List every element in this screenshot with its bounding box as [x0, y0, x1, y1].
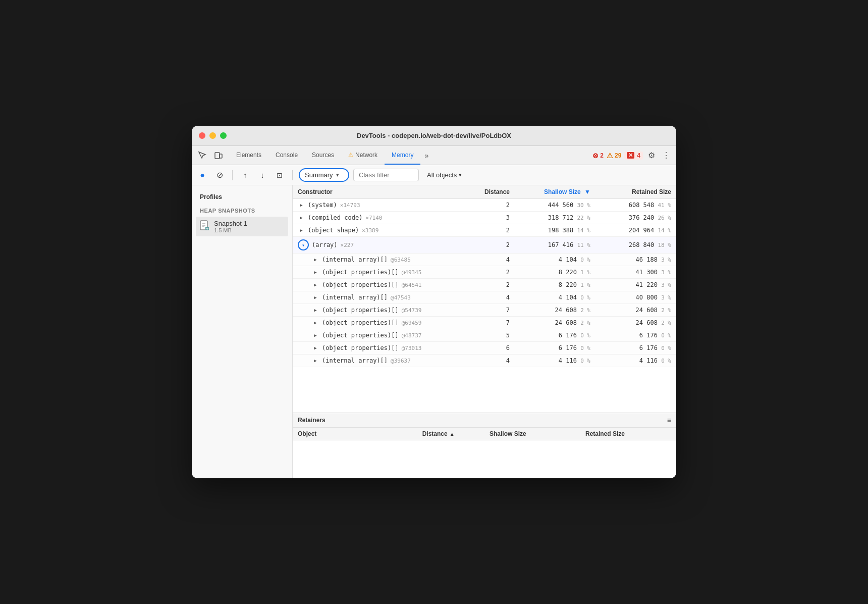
- expand-child-button[interactable]: ▶: [312, 269, 319, 276]
- expand-objectshape-button[interactable]: ▶: [298, 227, 305, 234]
- constructor-name: (object properties)[]: [322, 332, 399, 339]
- settings-button[interactable]: ⚙: [646, 148, 657, 162]
- distance-header[interactable]: Distance: [474, 185, 515, 199]
- tab-elements[interactable]: Elements: [229, 146, 268, 165]
- retained-size-value: 24 608 2 %: [595, 317, 676, 329]
- expand-child-button[interactable]: ▶: [312, 319, 319, 326]
- more-tabs-button[interactable]: »: [420, 152, 432, 160]
- shallow-size-value: 198 388 14 %: [515, 224, 595, 237]
- shallow-size-value: 8 220 1 %: [515, 266, 595, 279]
- count-badge: @73013: [402, 345, 422, 351]
- svg-rect-1: [220, 154, 222, 158]
- toolbar-separator-2: [292, 170, 293, 180]
- svg-rect-3: [205, 227, 209, 230]
- retainers-distance-header[interactable]: Distance ▲: [417, 428, 484, 440]
- devtools-window: DevTools - codepen.io/web-dot-dev/live/P…: [192, 126, 676, 478]
- download-icon: ↓: [260, 171, 264, 179]
- table-row: ▶ (object shape) ×3389 2 198 388 14 % 20…: [293, 224, 676, 237]
- tab-memory[interactable]: Memory: [385, 146, 420, 165]
- collect-garbage-button[interactable]: ⊡: [273, 169, 286, 182]
- retainers-menu-button[interactable]: ≡: [667, 416, 671, 424]
- class-filter-input[interactable]: [353, 169, 419, 181]
- distance-value: 4: [474, 355, 515, 367]
- expand-array-button[interactable]: ▾: [298, 239, 309, 250]
- snapshot-info: Snapshot 1 1.5 MB: [214, 220, 247, 233]
- shallow-size-value: 24 608 2 %: [515, 304, 595, 317]
- record-heap-button[interactable]: ●: [196, 169, 209, 182]
- count-badge: @54739: [402, 307, 422, 314]
- sidebar: Profiles HEAP SNAPSHOTS: [192, 185, 293, 478]
- info-badge: ✕ 4: [624, 152, 643, 160]
- expand-child-button[interactable]: ▶: [312, 307, 319, 314]
- count-badge: @48737: [402, 332, 422, 339]
- warning-triangle-icon: ⚠: [607, 152, 613, 160]
- svg-rect-0: [215, 153, 220, 159]
- garbage-icon: ⊡: [277, 171, 283, 179]
- devtools-body: Elements Console Sources ⚠ Network Memor…: [192, 146, 676, 478]
- clear-icon: ⊘: [216, 170, 223, 180]
- expand-child-button[interactable]: ▶: [312, 357, 319, 364]
- retained-size-value: 6 176 0 %: [595, 329, 676, 342]
- expand-child-button[interactable]: ▶: [312, 332, 319, 339]
- expand-child-button[interactable]: ▶: [312, 344, 319, 351]
- snapshot-item-1[interactable]: Snapshot 1 1.5 MB: [196, 217, 288, 236]
- retainers-object-header[interactable]: Object: [293, 428, 417, 440]
- table-row: ▶ (object properties)[] @54739 7 24 608 …: [293, 304, 676, 317]
- retained-size-value: 41 220 3 %: [595, 279, 676, 291]
- table-area: Constructor Distance Shallow Size ▼ Reta…: [293, 185, 676, 478]
- tab-sources[interactable]: Sources: [305, 146, 341, 165]
- shallow-size-value: 167 416 11 %: [515, 237, 595, 254]
- upload-profile-button[interactable]: ↑: [239, 169, 252, 182]
- retainers-retained-header[interactable]: Retained Size: [580, 428, 676, 440]
- retainers-table-header: Object Distance ▲ Shallow Size Retained …: [293, 428, 676, 440]
- minimize-button[interactable]: [209, 132, 216, 139]
- tab-network[interactable]: ⚠ Network: [341, 146, 385, 165]
- expand-compiled-button[interactable]: ▶: [298, 214, 305, 221]
- retained-size-value: 46 188 3 %: [595, 254, 676, 266]
- expand-child-button[interactable]: ▶: [312, 281, 319, 288]
- expand-system-button[interactable]: ▶: [298, 202, 305, 209]
- count-badge: @39637: [391, 358, 411, 364]
- constructor-name: (object properties)[]: [322, 319, 399, 326]
- retainers-shallow-header[interactable]: Shallow Size: [484, 428, 580, 440]
- constructor-header[interactable]: Constructor: [293, 185, 474, 199]
- distance-value: 6: [474, 342, 515, 355]
- distance-value: 7: [474, 304, 515, 317]
- all-objects-dropdown[interactable]: All objects ▾: [423, 169, 466, 181]
- table-row: ▶ (internal array)[] @39637 4 4 116 0 % …: [293, 355, 676, 367]
- constructor-name: (object properties)[]: [322, 269, 399, 276]
- table-row: ▶ (internal array)[] @63485 4 4 104 0 % …: [293, 254, 676, 266]
- tab-console[interactable]: Console: [268, 146, 305, 165]
- download-profile-button[interactable]: ↓: [256, 169, 269, 182]
- heap-table[interactable]: Constructor Distance Shallow Size ▼ Reta…: [293, 185, 676, 413]
- warning-badge: ⚠ 29: [607, 152, 621, 160]
- shallow-size-header[interactable]: Shallow Size ▼: [515, 185, 595, 199]
- inspect-element-button[interactable]: [196, 149, 209, 162]
- tab-bar: Elements Console Sources ⚠ Network Memor…: [192, 146, 676, 165]
- table-row: ▶ (compiled code) ×7140 3 318 712 22 % 3…: [293, 212, 676, 224]
- expand-child-button[interactable]: ▶: [312, 256, 319, 263]
- retained-size-value: 204 964 14 %: [595, 224, 676, 237]
- device-toolbar-button[interactable]: [212, 149, 225, 162]
- devtools-more-button[interactable]: ⋮: [660, 148, 672, 162]
- shallow-size-value: 318 712 22 %: [515, 212, 595, 224]
- expand-child-button[interactable]: ▶: [312, 294, 319, 301]
- retained-size-header[interactable]: Retained Size: [595, 185, 676, 199]
- close-button[interactable]: [199, 132, 205, 139]
- profiles-title: Profiles: [196, 191, 288, 203]
- clear-profiles-button[interactable]: ⊘: [213, 169, 226, 182]
- summary-label: Summary: [305, 171, 333, 179]
- maximize-button[interactable]: [220, 132, 227, 139]
- shallow-size-value: 4 116 0 %: [515, 355, 595, 367]
- constructor-name: (internal array)[]: [322, 357, 388, 364]
- constructor-name: (system): [308, 202, 337, 209]
- retained-size-value: 6 176 0 %: [595, 342, 676, 355]
- table-body: ▶ (system) ×14793 2 444 560 30 % 608 548…: [293, 199, 676, 367]
- table-header: Constructor Distance Shallow Size ▼ Reta…: [293, 185, 676, 199]
- shallow-size-value: 4 104 0 %: [515, 291, 595, 304]
- summary-dropdown[interactable]: Summary ▾: [299, 168, 349, 182]
- retained-size-value: 41 300 3 %: [595, 266, 676, 279]
- tab-actions: ⊗ 2 ⚠ 29 ✕ 4 ⚙ ⋮: [592, 148, 672, 162]
- toolbar-separator-1: [232, 170, 233, 180]
- count-badge: @47543: [391, 294, 411, 301]
